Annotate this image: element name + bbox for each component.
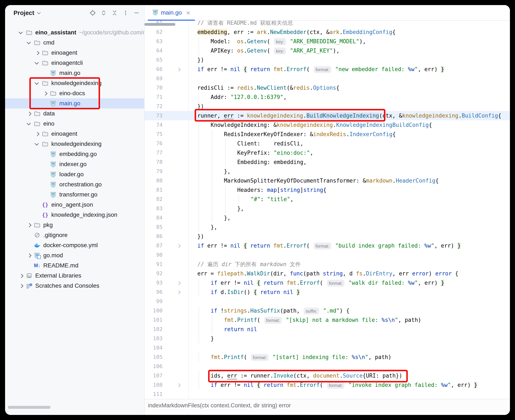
tree-item-pkg[interactable]: pkg	[5, 220, 144, 230]
line-number: 90	[145, 250, 163, 260]
tree-item-eino[interactable]: eino	[5, 119, 144, 129]
chevron-down-icon[interactable]	[36, 10, 42, 16]
chevron-closed-icon[interactable]	[32, 48, 42, 58]
locate-file-button[interactable]	[89, 9, 97, 17]
line-number: 99	[145, 297, 163, 306]
chevron-closed-icon[interactable]	[16, 281, 26, 291]
project-panel: eino_assistant~/gocode/src/github.com/cl…	[5, 5, 144, 415]
tree-item-eino-assistant[interactable]: eino_assistant~/gocode/src/github.com/cl	[5, 27, 144, 38]
tree-item-external-libraries[interactable]: External Libraries	[5, 270, 144, 281]
line-number: 93	[145, 278, 163, 287]
tree-item-orchestration-go[interactable]: orchestration.go	[5, 180, 144, 189]
tree-item-label: cmd	[43, 39, 54, 46]
line-number: 84	[145, 213, 163, 222]
tree-item-knowledgeindexing[interactable]: knowledgeindexing	[5, 139, 144, 149]
tab-main-go[interactable]: main.go ×	[148, 5, 195, 20]
tree-item-eino-agent-json[interactable]: {}eino_agent.json	[5, 200, 144, 210]
chevron-open-icon[interactable]	[32, 78, 42, 88]
tree-item-scratches-and-consoles[interactable]: Scratches and Consoles	[5, 281, 144, 291]
code-line-87: 87if err != nil { return fmt.Errorf( for…	[145, 241, 510, 250]
tree-item-data[interactable]: data	[5, 108, 144, 119]
chevron-closed-icon[interactable]	[24, 250, 34, 260]
more-options-button[interactable]	[121, 9, 130, 17]
code-line-111: 111	[145, 390, 510, 399]
go-icon	[50, 171, 56, 178]
tree-item-eino-docs[interactable]: eino-docs	[5, 88, 144, 98]
tree-item-label: main.go	[59, 100, 80, 107]
tree-item-knowledge-indexing-json[interactable]: {}knowledge_indexing.json	[5, 210, 144, 220]
code-line-73: 73runner, err := knowledgeindexing.Build…	[145, 111, 510, 120]
project-tool-window-title[interactable]: Project	[14, 9, 34, 16]
folder-icon	[42, 60, 48, 66]
chevron-closed-icon[interactable]	[32, 129, 42, 139]
line-number: 96	[145, 287, 163, 297]
code-line-104: 104	[145, 343, 510, 352]
code-line-93: 93if err != nil { return fmt.Errorf( for…	[145, 278, 510, 287]
tree-item-path-hint: ~/gocode/src/github.com/cl	[79, 29, 144, 36]
tree-item-docker-compose-yml[interactable]: docker-compose.yml	[5, 240, 144, 250]
fold-arrow-icon[interactable]	[177, 281, 180, 285]
project-panel-horizontal-scrollbar[interactable]	[8, 406, 51, 409]
line-number: 106	[145, 362, 163, 371]
chevron-open-icon[interactable]	[24, 38, 34, 48]
tree-item-einoagent[interactable]: einoagent	[5, 48, 144, 58]
tree-item-einoagent[interactable]: einoagent	[5, 129, 144, 139]
chevron-spacer	[40, 159, 50, 169]
folder-icon	[42, 81, 48, 86]
chevron-open-icon[interactable]	[16, 27, 26, 38]
project-tree: eino_assistant~/gocode/src/github.com/cl…	[5, 5, 144, 415]
fold-arrow-icon[interactable]	[177, 383, 180, 387]
tree-item-indexer-go[interactable]: indexer.go	[5, 159, 144, 169]
tree-item-label: .gitignore	[43, 232, 67, 239]
context-function-signature[interactable]: indexMarkdownFiles(ctx context.Context, …	[145, 399, 510, 412]
chevron-closed-icon[interactable]	[24, 220, 34, 230]
project-panel-header: Project	[5, 5, 144, 21]
tree-item-knowledgeindexing[interactable]: knowledgeindexing	[5, 78, 144, 88]
close-tab-icon[interactable]: ×	[186, 9, 190, 16]
tree-item-label: eino_agent.json	[51, 201, 93, 208]
code-text: redisCli := redis.NewClient(&redis.Optio…	[197, 83, 339, 92]
tree-item-cmd[interactable]: cmd	[5, 38, 144, 48]
editor-scrollbar-thumb[interactable]	[144, 23, 175, 26]
fold-arrow-icon[interactable]	[177, 290, 180, 294]
code-text: },	[197, 213, 231, 222]
tree-item-label: docker-compose.yml	[43, 242, 98, 249]
chevron-spacer	[24, 260, 34, 270]
chevron-open-icon[interactable]	[24, 119, 34, 129]
tree-item-label: einoagent	[51, 49, 77, 56]
fold-arrow-icon[interactable]	[177, 244, 180, 248]
fold-arrow-icon[interactable]	[177, 68, 180, 71]
tree-item-loader-go[interactable]: loader.go	[5, 169, 144, 180]
code-line-85: 85},	[145, 222, 510, 232]
code-line-102: 102return nil	[145, 325, 510, 334]
hide-panel-button[interactable]	[132, 9, 141, 17]
line-number: 64	[145, 46, 163, 55]
tree-item-einoagentcli[interactable]: einoagentcli	[5, 58, 144, 68]
collapse-all-button[interactable]	[110, 9, 119, 17]
line-number: 78	[145, 158, 163, 167]
chevron-closed-icon[interactable]	[24, 108, 34, 119]
code-line-99: 99	[145, 297, 510, 306]
line-number: 73	[145, 111, 163, 120]
tree-item-readme-md[interactable]: M↓README.md	[5, 260, 144, 270]
tree-item-go-mod[interactable]: go.mod	[5, 250, 144, 260]
chevron-closed-icon[interactable]	[16, 270, 26, 281]
tree-item-transformer-go[interactable]: transformer.go	[5, 189, 144, 200]
code-editor[interactable]: 61// 请查看 README.md 获取相关信息62embedding, er…	[145, 21, 510, 415]
chevron-closed-icon[interactable]	[40, 88, 50, 98]
go-icon	[50, 161, 56, 167]
tree-item-main-go[interactable]: main.go	[5, 98, 144, 108]
expand-all-button[interactable]	[99, 9, 108, 17]
chevron-open-icon[interactable]	[32, 139, 42, 149]
code-line-83: 83},	[145, 204, 510, 213]
tree-item-main-go[interactable]: main.go	[5, 68, 144, 78]
collapse-all-icon	[111, 9, 118, 16]
code-text: if err != nil { return fmt.Errorf( forma…	[197, 241, 461, 251]
code-text: Client: redisCli,	[197, 139, 303, 148]
chevron-open-icon[interactable]	[32, 58, 42, 68]
code-text: KeyPrefix: "eino:doc:",	[197, 148, 313, 158]
code-line-100: 100if !strings.HasSuffix(path, suffix: "…	[145, 306, 510, 315]
tree-item--gitignore[interactable]: .gitignore	[5, 230, 144, 240]
tree-item-embedding-go[interactable]: embedding.go	[5, 149, 144, 159]
tree-item-label: eino_assistant	[35, 29, 76, 36]
